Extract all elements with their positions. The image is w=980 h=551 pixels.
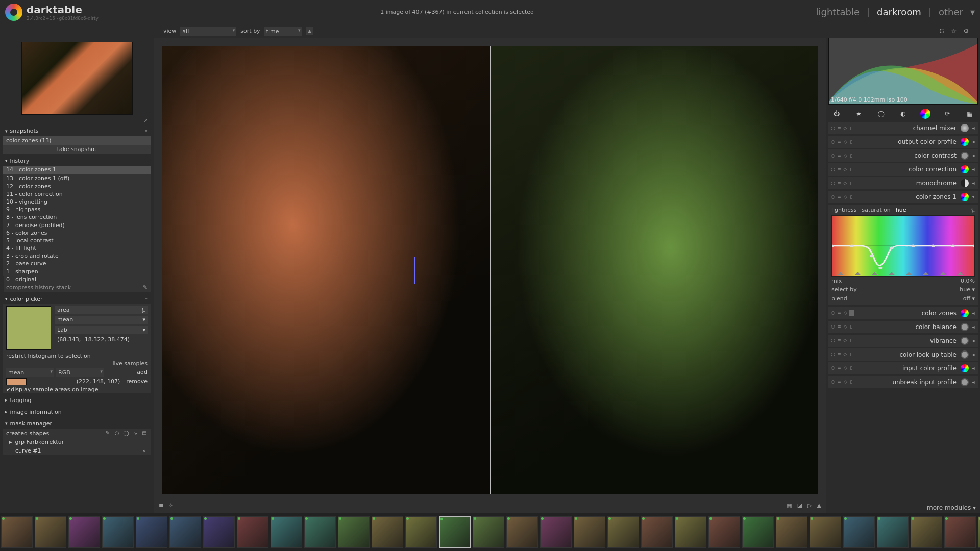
overexposed-icon[interactable]: ▷ — [807, 502, 812, 509]
filmstrip-thumb[interactable] — [68, 516, 100, 548]
filmstrip-thumb[interactable] — [35, 516, 66, 548]
chevron-left-icon[interactable]: ◂ — [971, 166, 976, 172]
module-output-color-profile[interactable]: ○≡◇▯ output color profile ◂ — [828, 136, 978, 148]
filmstrip-thumb[interactable] — [911, 516, 942, 548]
chevron-left-icon[interactable]: ◂ — [971, 310, 976, 316]
filmstrip-thumb[interactable] — [304, 516, 336, 548]
filmstrip-thumb[interactable] — [607, 516, 639, 548]
filmstrip-thumb[interactable] — [136, 516, 167, 548]
modulegroup-color-icon[interactable]: ● — [920, 109, 930, 119]
filmstrip-thumb[interactable] — [372, 516, 403, 548]
chevron-left-icon[interactable]: ◂ — [971, 365, 976, 371]
circle-icon[interactable]: ○ — [114, 430, 120, 436]
colorpicker-rect[interactable] — [414, 257, 451, 284]
gear-icon[interactable]: ⚬ — [141, 448, 148, 454]
path-icon[interactable]: ∿ — [132, 430, 138, 436]
history-header[interactable]: ▾ history — [3, 156, 151, 166]
filmstrip-thumb[interactable] — [203, 516, 235, 548]
filmstrip-thumb[interactable] — [271, 516, 302, 548]
softproof-icon[interactable]: ▦ — [787, 502, 792, 509]
ellipse-icon[interactable]: ◯ — [123, 430, 129, 436]
picker-stat-select[interactable]: mean — [57, 316, 73, 323]
remove-sample-button[interactable]: remove — [126, 378, 148, 385]
history-item[interactable]: 7 - denoise (profiled) — [3, 221, 151, 229]
filmstrip-thumb[interactable] — [641, 516, 673, 548]
history-item[interactable]: 4 - fill light — [3, 244, 151, 252]
nav-other[interactable]: other — [939, 7, 963, 18]
sort-select[interactable]: time — [264, 27, 302, 36]
module-unbreak-input-profile[interactable]: ○≡◇▯ unbreak input profile ◂ — [828, 376, 978, 388]
filmstrip-thumb[interactable] — [338, 516, 370, 548]
restrict-histogram-label[interactable]: restrict histogram to selection — [3, 352, 151, 360]
history-item[interactable]: 0 - original — [3, 276, 151, 283]
color-zones-graph[interactable] — [831, 215, 975, 277]
snapshot-divider[interactable] — [490, 46, 491, 494]
history-item[interactable]: 13 - color zones 1 (off) — [3, 174, 151, 182]
picker-mode-select[interactable]: area — [57, 307, 70, 313]
view-select[interactable]: all — [180, 27, 236, 36]
history-item[interactable]: 14 - color zones 1 — [3, 166, 151, 174]
tab-saturation[interactable]: saturation — [862, 207, 891, 213]
module-color-zones[interactable]: ○≡◇▯ color zones ◂ — [828, 307, 978, 319]
modulegroup-effect-icon[interactable]: ▦ — [965, 109, 975, 119]
imageinfo-header[interactable]: ▸ image information — [3, 407, 151, 417]
modulegroup-correct-icon[interactable]: ⟳ — [943, 109, 953, 119]
group-icon[interactable]: G — [938, 28, 945, 35]
mask-curve[interactable]: curve #1 — [15, 447, 41, 454]
filmstrip-thumb[interactable] — [675, 516, 706, 548]
sample-space-select[interactable]: RGB — [56, 368, 104, 377]
module-channel-mixer[interactable]: ○≡◇▯ channel mixer ◂ — [828, 122, 978, 134]
histogram[interactable]: 1/640 f/4.0 102mm iso 100 — [828, 38, 978, 105]
colorpicker-header[interactable]: ▾ color picker ⚬ — [3, 294, 151, 304]
snapshot-item[interactable]: color zones (13) — [3, 136, 151, 145]
blend-value[interactable]: off — [963, 295, 970, 302]
gradient-icon[interactable]: ▤ — [141, 430, 148, 436]
module-color-contrast[interactable]: ○≡◇▯ color contrast ◂ — [828, 149, 978, 162]
module-color-lut[interactable]: ○≡◇▯ color look up table ◂ — [828, 348, 978, 361]
filmstrip-thumb[interactable] — [1, 516, 33, 548]
filmstrip[interactable] — [0, 513, 980, 551]
selectby-value[interactable]: hue — [960, 286, 970, 293]
gamut-icon[interactable]: ◪ — [797, 502, 802, 509]
maskmanager-header[interactable]: ▾ mask manager — [3, 419, 151, 429]
module-input-color-profile[interactable]: ○≡◇▯ input color profile ◂ — [828, 362, 978, 374]
history-item[interactable]: 3 - crop and rotate — [3, 252, 151, 260]
brush-icon[interactable]: ✎ — [105, 430, 111, 436]
module-monochrome[interactable]: ○≡◇▯ monochrome ◂ — [828, 177, 978, 189]
styles-icon[interactable]: ✎ — [143, 284, 148, 291]
module-vibrance[interactable]: ○≡◇▯ vibrance ◂ — [828, 335, 978, 347]
filmstrip-thumb[interactable] — [169, 516, 201, 548]
sample-stat-select[interactable]: mean — [6, 368, 54, 377]
tab-lightness[interactable]: lightness — [831, 207, 857, 213]
filmstrip-thumb[interactable] — [978, 516, 980, 548]
gear-icon[interactable]: ⚬ — [144, 128, 149, 134]
modulegroup-basic-icon[interactable]: ◯ — [876, 109, 886, 119]
filmstrip-thumb[interactable] — [944, 516, 976, 548]
history-item[interactable]: 8 - lens correction — [3, 213, 151, 221]
filmstrip-thumb[interactable] — [102, 516, 134, 548]
filmstrip-thumb[interactable] — [473, 516, 504, 548]
history-item[interactable]: 9 - highpass — [3, 206, 151, 213]
chevron-left-icon[interactable]: ◂ — [971, 153, 976, 159]
filmstrip-thumb[interactable] — [810, 516, 841, 548]
chevron-left-icon[interactable]: ◂ — [971, 379, 976, 385]
tab-hue[interactable]: hue — [896, 207, 906, 213]
sort-direction-button[interactable]: ▲ — [306, 27, 313, 35]
star-icon[interactable]: ☆ — [950, 28, 958, 35]
compress-history-button[interactable]: compress history stack — [6, 284, 143, 291]
history-item[interactable]: 2 - base curve — [3, 260, 151, 267]
image-canvas[interactable] — [156, 40, 824, 500]
snapshots-header[interactable]: ▾ snapshots ⚬ — [3, 126, 151, 136]
history-item[interactable]: 1 - sharpen — [3, 268, 151, 276]
filmstrip-thumb[interactable] — [708, 516, 740, 548]
gear-icon[interactable]: ⚬ — [144, 296, 149, 302]
filmstrip-thumb[interactable] — [843, 516, 875, 548]
display-samples-checkbox[interactable]: ✔ — [6, 386, 11, 393]
nav-darkroom[interactable]: darkroom — [877, 7, 921, 18]
add-sample-button[interactable]: add — [137, 369, 148, 375]
filmstrip-thumb[interactable] — [540, 516, 572, 548]
navigation-preview[interactable] — [21, 42, 133, 115]
history-item[interactable]: 10 - vignetting — [3, 198, 151, 206]
take-snapshot-button[interactable]: take snapshot — [3, 145, 151, 154]
history-item[interactable]: 12 - color zones — [3, 183, 151, 190]
